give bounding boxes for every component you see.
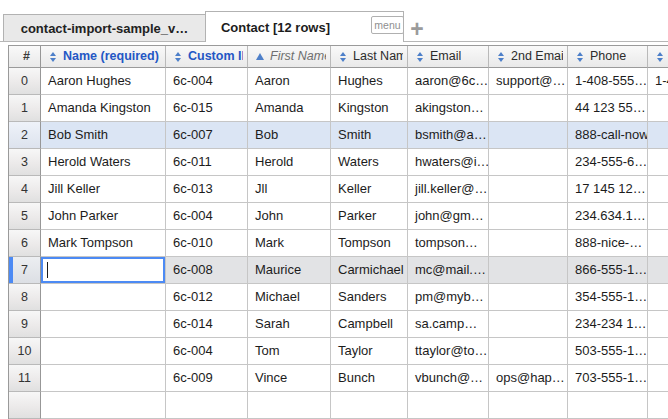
- table-cell[interactable]: Taylor: [331, 338, 408, 365]
- table-cell[interactable]: Mark: [248, 230, 331, 257]
- table-cell[interactable]: Mark Tompson: [41, 230, 166, 257]
- table-cell[interactable]: [41, 392, 166, 419]
- table-cell[interactable]: Parker: [331, 203, 408, 230]
- table-cell[interactable]: Carmichael: [331, 257, 408, 284]
- table-cell[interactable]: [489, 95, 568, 122]
- table-cell[interactable]: 354-555-1…: [568, 284, 648, 311]
- cell-editing[interactable]: [41, 257, 166, 284]
- row-number[interactable]: 0: [9, 68, 41, 95]
- table-cell[interactable]: jill.keller@…: [408, 176, 489, 203]
- table-cell[interactable]: [648, 257, 668, 284]
- table-cell[interactable]: Campbell: [331, 311, 408, 338]
- table-cell[interactable]: Vince: [248, 365, 331, 392]
- table-cell[interactable]: [41, 338, 166, 365]
- table-cell[interactable]: [648, 392, 668, 419]
- table-cell[interactable]: [648, 284, 668, 311]
- table-cell[interactable]: [489, 176, 568, 203]
- table-cell[interactable]: 6c-004: [166, 203, 248, 230]
- table-cell[interactable]: 6c-004: [166, 68, 248, 95]
- table-cell[interactable]: [408, 392, 489, 419]
- column-header[interactable]: Email: [408, 46, 489, 68]
- table-cell[interactable]: ttaylor@to…: [408, 338, 489, 365]
- table-cell[interactable]: [489, 338, 568, 365]
- table-cell[interactable]: Herold Waters: [41, 149, 166, 176]
- table-cell[interactable]: 6c-008: [166, 257, 248, 284]
- table-cell[interactable]: [648, 149, 668, 176]
- column-header[interactable]: 2nd Email: [489, 46, 568, 68]
- table-cell[interactable]: Bob: [248, 122, 331, 149]
- table-cell[interactable]: [489, 203, 568, 230]
- table-cell[interactable]: 17 145 12…: [568, 176, 648, 203]
- table-cell[interactable]: john@gm…: [408, 203, 489, 230]
- table-cell[interactable]: Tom: [248, 338, 331, 365]
- table-cell[interactable]: [648, 311, 668, 338]
- table-cell[interactable]: 6c-015: [166, 95, 248, 122]
- table-cell[interactable]: pm@myb…: [408, 284, 489, 311]
- column-header[interactable]: [648, 46, 668, 68]
- table-cell[interactable]: 234-234 1…: [568, 311, 648, 338]
- add-tab-button[interactable]: +: [406, 17, 428, 41]
- table-cell[interactable]: 6c-011: [166, 149, 248, 176]
- table-cell[interactable]: 888-nice-…: [568, 230, 648, 257]
- table-cell[interactable]: sa.camp…: [408, 311, 489, 338]
- table-cell[interactable]: 6c-007: [166, 122, 248, 149]
- row-number[interactable]: 1: [9, 95, 41, 122]
- table-cell[interactable]: 6c-009: [166, 365, 248, 392]
- table-cell[interactable]: Jill Keller: [41, 176, 166, 203]
- column-header[interactable]: Name (required): [41, 46, 166, 68]
- row-number[interactable]: 3: [9, 149, 41, 176]
- table-cell[interactable]: [489, 230, 568, 257]
- table-cell[interactable]: Smith: [331, 122, 408, 149]
- table-cell[interactable]: Aaron: [248, 68, 331, 95]
- table-cell[interactable]: 888-call-now: [568, 122, 648, 149]
- table-cell[interactable]: 234.634.1…: [568, 203, 648, 230]
- row-number[interactable]: 6: [9, 230, 41, 257]
- table-cell[interactable]: 6c-014: [166, 311, 248, 338]
- table-cell[interactable]: 503-555-1…: [568, 338, 648, 365]
- table-cell[interactable]: support@…: [489, 68, 568, 95]
- table-cell[interactable]: [489, 284, 568, 311]
- table-cell[interactable]: [648, 203, 668, 230]
- table-cell[interactable]: Waters: [331, 149, 408, 176]
- table-cell[interactable]: [166, 392, 248, 419]
- table-cell[interactable]: 6c-013: [166, 176, 248, 203]
- row-number[interactable]: 2: [9, 122, 41, 149]
- column-header[interactable]: First Name: [248, 46, 331, 68]
- table-cell[interactable]: [648, 95, 668, 122]
- table-cell[interactable]: 6c-010: [166, 230, 248, 257]
- table-cell[interactable]: [489, 392, 568, 419]
- table-cell[interactable]: 1-408-555…: [568, 68, 648, 95]
- table-cell[interactable]: [41, 311, 166, 338]
- table-cell[interactable]: akingston…: [408, 95, 489, 122]
- table-cell[interactable]: 234-555-6…: [568, 149, 648, 176]
- table-cell[interactable]: ops@hap…: [489, 365, 568, 392]
- table-cell[interactable]: Kingston: [331, 95, 408, 122]
- table-cell[interactable]: 703-555-1…: [568, 365, 648, 392]
- table-cell[interactable]: John: [248, 203, 331, 230]
- table-cell[interactable]: [648, 338, 668, 365]
- table-cell[interactable]: [41, 365, 166, 392]
- table-cell[interactable]: 44 123 55…: [568, 95, 648, 122]
- table-cell[interactable]: [489, 122, 568, 149]
- table-cell[interactable]: [331, 392, 408, 419]
- table-cell[interactable]: [41, 284, 166, 311]
- table-cell[interactable]: [568, 392, 648, 419]
- table-cell[interactable]: Sarah: [248, 311, 331, 338]
- row-number[interactable]: 7: [9, 257, 41, 284]
- table-cell[interactable]: 6c-004: [166, 338, 248, 365]
- table-cell[interactable]: mc@mail.…: [408, 257, 489, 284]
- row-number[interactable]: 9: [9, 311, 41, 338]
- table-cell[interactable]: [489, 149, 568, 176]
- table-cell[interactable]: Bunch: [331, 365, 408, 392]
- table-cell[interactable]: Bob Smith: [41, 122, 166, 149]
- table-cell[interactable]: Amanda Kingston: [41, 95, 166, 122]
- table-cell[interactable]: 866-555-1…: [568, 257, 648, 284]
- row-number[interactable]: 5: [9, 203, 41, 230]
- table-cell[interactable]: aaron@6c…: [408, 68, 489, 95]
- table-cell[interactable]: [648, 176, 668, 203]
- table-cell[interactable]: [648, 365, 668, 392]
- table-cell[interactable]: Jll: [248, 176, 331, 203]
- table-cell[interactable]: Michael: [248, 284, 331, 311]
- table-cell[interactable]: vbunch@…: [408, 365, 489, 392]
- table-cell[interactable]: 1-4: [648, 68, 668, 95]
